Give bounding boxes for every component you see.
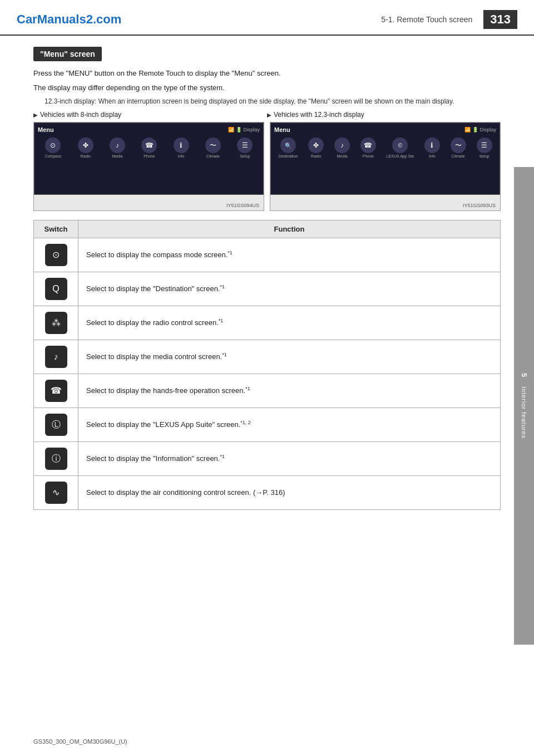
function-cell: Select to display the compass mode scree… [78, 238, 501, 272]
menu-icon-radio-12: ✤ Radio [308, 138, 324, 158]
footer: GS350_300_OM_OM30G96U_(U) [33, 738, 127, 745]
screenshot-12inch: Menu 📶 🔋 Display 🔍 Destination ✤ Radio [270, 122, 501, 211]
menu-icon-compass: ⊙ Compass [45, 138, 62, 158]
table-row: ♪Select to display the media control scr… [34, 340, 501, 374]
function-cell: Select to display the "Information" scre… [78, 442, 501, 476]
vehicle-label-8: Vehicles with 8-inch display [33, 111, 267, 119]
destination-circle: 🔍 [280, 138, 296, 153]
setup-label-12: Setup [479, 154, 489, 158]
lexus-circle-12: © [392, 138, 408, 153]
climate-icon: ∿ [45, 482, 67, 504]
info-label-12: Info [429, 154, 436, 158]
table-row: ⓁSelect to display the "LEXUS App Suite"… [34, 408, 501, 442]
table-header-switch: Switch [34, 220, 78, 238]
function-cell: Select to display the air conditioning c… [78, 476, 501, 510]
chapter-title: 5-1. Remote Touch screen [381, 15, 472, 24]
radio-circle-12: ✤ [308, 138, 324, 153]
menu-title-12: Menu [274, 126, 290, 133]
media-icon: ♪ [45, 346, 67, 368]
footer-document-id: GS350_300_OM_OM30G96U_(U) [33, 738, 127, 745]
table-row: ⓘSelect to display the "Information" scr… [34, 442, 501, 476]
superscript: *1 [222, 352, 227, 357]
menu-icon-media: ♪ Media [110, 138, 125, 158]
screenshots-row: Menu 📶 🔋 Display ⊙ Compass ✤ Radio [33, 122, 501, 211]
setup-circle: ☰ [237, 138, 253, 153]
page-header: CarManuals2.com 5-1. Remote Touch screen… [0, 0, 534, 36]
superscript: *1 [245, 386, 250, 391]
switch-function-table: Switch Function ⊙Select to display the c… [33, 220, 501, 510]
menu-screen-8: Menu 📶 🔋 Display ⊙ Compass ✤ Radio [34, 122, 264, 195]
function-cell: Select to display the "LEXUS App Suite" … [78, 408, 501, 442]
note-text: 12.3-inch display: When an interruption … [44, 96, 501, 106]
menu-icon-info-12: ℹ Info [424, 138, 440, 158]
setup-circle-12: ☰ [477, 138, 492, 153]
menu-icon-setup: ☰ Setup [237, 138, 253, 158]
info-label: Info [178, 154, 185, 158]
table-row: ☎Select to display the hands-free operat… [34, 374, 501, 408]
function-cell: Select to display the "Destination" scre… [78, 272, 501, 306]
menu-title-bar-8: Menu 📶 🔋 Display [38, 126, 260, 133]
switch-cell: ⁂ [34, 306, 78, 340]
media-label-12: Media [337, 154, 348, 158]
page: CarManuals2.com 5-1. Remote Touch screen… [0, 0, 534, 756]
media-circle-12: ♪ [334, 138, 350, 153]
intro-text-1: Press the "MENU" button on the Remote To… [33, 68, 501, 79]
destination-label: Destination [278, 154, 298, 158]
menu-icon-phone-12: ☎ Phone [360, 138, 376, 158]
superscript: *1 [220, 454, 225, 459]
menu-icons-area-8: ⊙ Compass ✤ Radio ♪ Media ☎ [38, 138, 260, 158]
compass-label: Compass [45, 154, 62, 158]
menu-title-8: Menu [38, 126, 54, 133]
table-row: ⁂Select to display the radio control scr… [34, 306, 501, 340]
superscript: *1, 2 [240, 420, 251, 425]
media-label: Media [112, 154, 122, 158]
climate-circle-12: 〜 [451, 138, 466, 153]
compass-circle: ⊙ [45, 138, 61, 153]
menu-status-bar-12: 📶 🔋 Display [464, 127, 496, 132]
info-circle-12: ℹ [424, 138, 440, 153]
phone-circle-12: ☎ [360, 138, 376, 153]
main-content: "Menu" screen Press the "MENU" button on… [0, 36, 534, 521]
screenshot-id-12: IY51GS093US [463, 203, 496, 208]
intro-text-2: The display may differ depending on the … [33, 82, 501, 94]
page-number: 313 [483, 10, 517, 29]
phone-label: Phone [144, 154, 155, 158]
media-circle: ♪ [110, 138, 125, 153]
menu-icon-climate: 〜 Climate [205, 138, 221, 158]
phone-circle: ☎ [141, 138, 157, 153]
menu-icon-info: ℹ Info [174, 138, 189, 158]
menu-status-bar-8: 📶 🔋 Display [228, 127, 260, 132]
screenshot-id-8: IY51GS094US [226, 203, 259, 208]
phone-icon: ☎ [45, 380, 67, 402]
function-cell: Select to display the media control scre… [78, 340, 501, 374]
menu-icon-radio: ✤ Radio [78, 138, 93, 158]
superscript: *1 [228, 250, 233, 256]
info-circle: ℹ [174, 138, 189, 153]
compass-icon: ⊙ [45, 244, 67, 266]
climate-label-12: Climate [452, 154, 465, 158]
menu-title-bar-12: Menu 📶 🔋 Display [274, 126, 496, 133]
menu-icon-lexus-12: © LEXUS App Ste [387, 138, 414, 158]
logo: CarManuals2.com [17, 12, 121, 27]
section-heading: "Menu" screen [33, 47, 102, 61]
menu-icon-climate-12: 〜 Climate [451, 138, 466, 158]
switch-cell: ⓘ [34, 442, 78, 476]
switch-cell: ∿ [34, 476, 78, 510]
lexus-label-12: LEXUS App Ste [387, 154, 414, 158]
switch-cell: ⊙ [34, 238, 78, 272]
radio-label-12: Radio [311, 154, 321, 158]
vehicle-labels: Vehicles with 8-inch display Vehicles wi… [33, 111, 501, 119]
radio-icon: ⁂ [45, 312, 67, 334]
lexus-app-icon: Ⓛ [45, 414, 67, 436]
radio-label: Radio [80, 154, 90, 158]
menu-icon-destination: 🔍 Destination [278, 138, 298, 158]
menu-icon-media-12: ♪ Media [334, 138, 350, 158]
header-right: 5-1. Remote Touch screen 313 [381, 10, 517, 29]
table-row: ⊙Select to display the compass mode scre… [34, 238, 501, 272]
function-cell: Select to display the radio control scre… [78, 306, 501, 340]
table-row: QSelect to display the "Destination" scr… [34, 272, 501, 306]
menu-screen-12: Menu 📶 🔋 Display 🔍 Destination ✤ Radio [270, 122, 500, 195]
vehicle-label-12: Vehicles with 12.3-inch display [267, 111, 501, 119]
climate-circle: 〜 [205, 138, 221, 153]
menu-icons-area-12: 🔍 Destination ✤ Radio ♪ Media ☎ [274, 138, 496, 158]
